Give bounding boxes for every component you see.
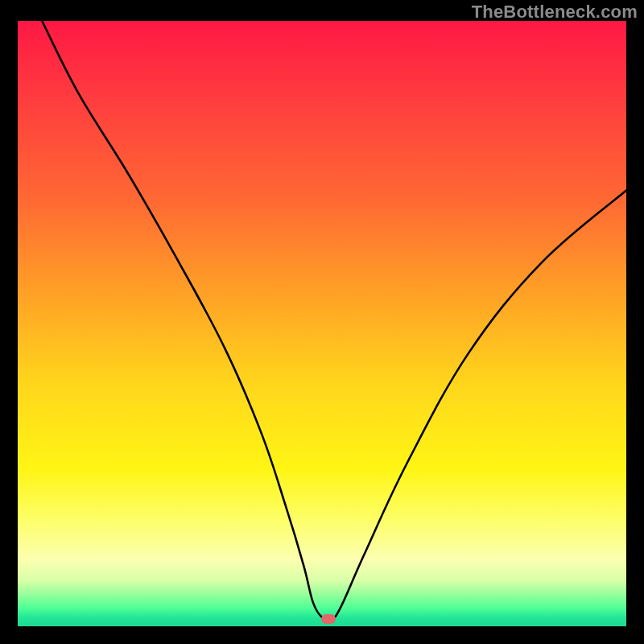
optimal-marker: [321, 614, 336, 624]
watermark-text: TheBottleneck.com: [472, 2, 638, 23]
plot-area: [18, 21, 626, 626]
curve-path: [42, 21, 626, 620]
chart-frame: TheBottleneck.com: [0, 0, 644, 644]
bottleneck-curve: [18, 21, 626, 626]
